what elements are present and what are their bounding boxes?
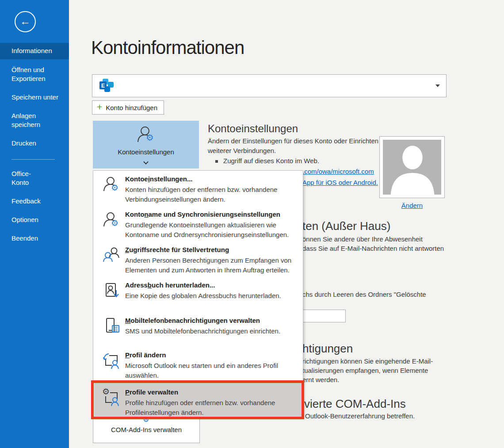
mobile-notifications-icon — [103, 318, 121, 335]
sidebar-item-speichern-unter[interactable]: Speichern unter — [11, 93, 62, 102]
chevron-down-icon — [143, 159, 148, 164]
section4-line3: ernt werden. — [302, 376, 339, 383]
back-button[interactable]: ← — [15, 11, 36, 32]
menu-item-zugriffsrechte[interactable]: Zugriffsrechte für Stellvertretung Ander… — [93, 246, 303, 280]
section3-line1: chs durch Leeren des Ordners "Gelöschte — [302, 291, 426, 298]
menu-item-mobiltelefon[interactable]: Mobiltelefonbenachrichtigungen verwalten… — [93, 317, 303, 341]
account-gear-icon: ⚙ — [103, 211, 121, 229]
gear-icon: ⚙ — [146, 132, 154, 143]
section4-line2: tualisierungen empfangen, wenn Elemente — [302, 367, 428, 374]
sidebar-divider — [11, 159, 55, 160]
mobile-app-link[interactable]: App für iOS oder Android. — [302, 179, 378, 186]
account-photo-frame — [379, 136, 445, 198]
outlook-backstage-window: ← Informationen Öffnen und Exportieren S… — [0, 0, 504, 448]
account-selector[interactable]: E — [92, 74, 447, 97]
sidebar-item-feedback[interactable]: Feedback — [11, 197, 62, 206]
section2-line1: önnen Sie andere über Ihre Abwesenheit — [302, 235, 423, 243]
section-heading-kontoeinstellungen: Kontoeinstellungen — [208, 123, 298, 135]
sidebar-item-beenden[interactable]: Beenden — [11, 234, 62, 243]
page-title: Kontoinformationen — [91, 37, 244, 58]
svg-text:E: E — [101, 83, 105, 89]
com-addins-tile-label: COM-Add-Ins verwalten — [93, 426, 199, 433]
add-account-button[interactable]: + Konto hinzufügen — [92, 100, 164, 115]
bullet-icon — [215, 160, 218, 163]
section1-line2: weiterer Verbindungen. — [208, 147, 276, 154]
sidebar-item-informationen[interactable]: Informationen — [0, 43, 69, 59]
backstage-sidebar: ← Informationen Öffnen und Exportieren S… — [0, 0, 69, 448]
sidebar-item-office-konto[interactable]: Office-Konto — [11, 169, 42, 187]
section-heading-out-of-office-fragment: ten (Außer Haus) — [302, 219, 390, 233]
back-arrow-icon: ← — [20, 15, 31, 27]
mailbox-size-gauge — [302, 310, 346, 322]
plus-icon: + — [97, 102, 102, 112]
section2-line2: dass Sie auf E-Mail-Nachrichten nicht an… — [302, 245, 444, 252]
sidebar-item-oeffnen-und-exportieren[interactable]: Öffnen und Exportieren — [11, 65, 62, 83]
highlight-annotation-box — [91, 380, 304, 419]
change-profile-icon — [103, 352, 121, 370]
menu-item-profil-aendern[interactable]: Profil ändern Microsoft Outlook neu star… — [93, 351, 303, 385]
menu-item-kontoeinstellungen[interactable]: ⚙ Kontoeinstellungen... Konten hinzufüge… — [93, 175, 303, 209]
section4-line1: richtigungen können Sie eingehende E-Mai… — [302, 357, 433, 365]
delegate-people-icon — [103, 247, 121, 264]
section1-bullet-text: Zugriff auf dieses Konto im Web. — [223, 157, 319, 165]
owa-link[interactable]: .com/owa/microsoft.com — [302, 168, 374, 175]
section5-line1: Outlook-Benutzererfahrung betreffen. — [305, 412, 415, 420]
user-avatar-placeholder — [383, 140, 441, 195]
exchange-logo-icon: E — [98, 77, 115, 96]
account-gear-icon: ⚙ — [103, 176, 121, 194]
settings-tile-label: Kontoeinstellungen — [93, 148, 199, 156]
account-gear-icon: ⚙ — [136, 125, 156, 146]
dropdown-caret-icon — [435, 84, 440, 87]
address-book-download-icon — [103, 282, 121, 300]
change-photo-link[interactable]: Ändern — [379, 202, 445, 209]
account-settings-tile-button[interactable]: ⚙ Kontoeinstellungen — [93, 121, 199, 168]
section-heading-notifications-fragment: htigungen — [302, 342, 353, 356]
section1-line1: Ändern der Einstellungen für dieses Kont… — [208, 137, 378, 145]
sidebar-item-anlagen-speichern[interactable]: Anlagen speichern — [11, 111, 47, 129]
sidebar-item-optionen[interactable]: Optionen — [11, 215, 62, 224]
sidebar-item-drucken[interactable]: Drucken — [11, 139, 62, 148]
add-account-label: Konto hinzufügen — [106, 104, 157, 111]
menu-item-adressbuch[interactable]: Adressbuch herunterladen... Eine Kopie d… — [93, 281, 303, 306]
sidebar-item-label: Informationen — [11, 47, 52, 54]
section-heading-com-addins-fragment: vierte COM-Add-Ins — [304, 397, 406, 411]
menu-item-kontoname-sync[interactable]: ⚙ Kontoname und Synchronisierungseinstel… — [93, 211, 303, 244]
